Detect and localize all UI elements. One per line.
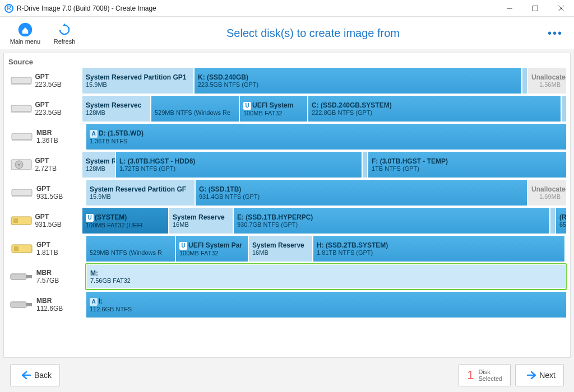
next-label: Next [539,371,556,380]
partition[interactable]: AD: (1.5TB.WD)1.36TB NTFS [86,123,567,150]
partition-subtitle: 931.4GB NTFS (GPT) [199,193,524,200]
disk-row[interactable]: MBR7.57GBM:7.56GB FAT32 [7,263,567,290]
partition[interactable]: (Recovery)650MB NTFS (Windows [556,207,567,234]
minimize-button[interactable] [497,0,522,17]
disk-row[interactable]: MBR1.36TBAD: (1.5TB.WD)1.36TB NTFS [7,123,567,150]
disk-meta: MBR112.6GB [36,291,86,318]
partition-strip: System Reserved Partition GP115.9MBK: (S… [82,67,567,94]
svg-rect-17 [11,274,26,279]
main-menu-button[interactable]: Main menu [6,22,45,45]
page-title: Select disk(s) to create image from [84,27,542,40]
disk-meta: GPT2.72TB [35,151,82,178]
partition[interactable]: H: (SSD.2TB.SYSTEM)1.81TB NTFS (GPT) [313,235,565,262]
disk-scheme: GPT [35,101,82,109]
partition-title: System Reserved Partition GF [90,185,191,193]
partition[interactable]: G: (SSD.1TB)931.4GB NTFS (GPT) [195,179,527,206]
disk-scheme: MBR [36,297,86,305]
partition-badge: U [86,214,94,222]
partition[interactable]: M:7.56GB FAT32 [86,264,566,289]
partition[interactable]: System Reservec128MB [82,95,151,122]
partition-strip: System Reser128MBL: (3.0TB.HGST - HDD6)1… [82,151,567,178]
partition[interactable]: L: (3.0TB.HGST - HDD6)1.72TB NTFS (GPT) [115,151,362,178]
svg-rect-20 [26,303,32,306]
partition-subtitle: 112.6GB NTFS [90,306,563,312]
partition-strip: M:7.56GB FAT32 [85,263,567,290]
partition[interactable]: Unallocated1.69MB [527,179,567,206]
partition[interactable]: UUEFI System Par100MB FAT32 [175,235,248,262]
partition-strip: 529MB NTFS (Windows RUUEFI System Par100… [86,235,567,262]
partition-title: F: (3.0TB.HGST - TEMP) [372,157,563,165]
partition-title: System Reserve [252,241,309,249]
partition[interactable]: UUEFI System100MB FAT32 [239,95,308,122]
partition-title: Unallocated [531,185,561,193]
partition-subtitle: 100MB FAT32 [179,250,244,256]
partition[interactable]: E: (SSD.1TB.HYPERPC)930.7GB NTFS (GPT) [233,207,550,234]
partition-title: G: (SSD.1TB) [199,185,524,193]
disk-list: GPT223.5GBSystem Reserved Partition GP11… [7,67,567,318]
partition-subtitle: 7.56GB FAT32 [90,277,562,284]
partition[interactable]: System Reser128MB [82,151,115,178]
arrow-left-icon [22,371,31,379]
partition-badge: U [179,242,187,250]
source-heading: Source [8,58,567,66]
disk-icon [7,179,36,206]
disk-scheme: GPT [36,185,86,193]
partition[interactable]: 529MB NTFS (Windows R [86,235,175,262]
disk-meta: MBR1.36TB [36,123,86,150]
partition[interactable]: 529MB NTFS (Windows Re [151,95,239,122]
close-button[interactable] [548,0,574,17]
partition-subtitle: 100MB FAT32 (UEFI [86,222,165,228]
maximize-button[interactable] [522,0,548,17]
partition[interactable]: F: (3.0TB.HGST - TEMP)1TB NTFS (GPT) [368,151,567,178]
disk-size: 223.5GB [35,81,82,88]
partition-strip: AD: (1.5TB.WD)1.36TB NTFS [86,123,567,150]
partition-subtitle: 128MB [86,165,112,172]
disk-row[interactable]: GPT931.5GBSystem Reserved Partition GF15… [7,179,567,206]
next-button[interactable]: Next [515,364,564,386]
partition-title: System Reserve [173,213,229,221]
partition[interactable]: System Reserve16MB [248,235,313,262]
disk-size: 223.5GB [35,109,82,116]
disk-row[interactable]: GPT1.81TB 529MB NTFS (Windows RUUEFI Sys… [7,235,567,262]
partition[interactable]: K: (SSD.240GB)223.5GB NTFS (GPT) [194,67,522,94]
refresh-button[interactable]: Refresh [45,22,84,45]
partition[interactable]: System Reserved Partition GP115.9MB [82,67,194,94]
disk-row[interactable]: MBR112.6GBAI:112.6GB NTFS [7,291,567,318]
svg-rect-3 [11,83,31,85]
arrow-right-icon [527,371,536,379]
partition-subtitle: 223.5GB NTFS (GPT) [198,81,518,88]
partition-gap [561,95,567,122]
partition[interactable]: U(SYSTEM)100MB FAT32 (UEFI [82,207,169,234]
partition[interactable]: Unallocated1.56MB [527,67,567,94]
disk-scheme: MBR [36,129,86,137]
disk-row[interactable]: GPT223.5GBSystem Reservec128MB 529MB NTF… [7,95,567,122]
partition-title: Unallocated [531,73,561,81]
partition-title [90,241,172,249]
partition-subtitle: 529MB NTFS (Windows Re [155,109,235,116]
partition[interactable]: C: (SSD.240GB.SYSTEM)222.8GB NTFS (GPT) [308,95,561,122]
disk-row[interactable]: GPT223.5GBSystem Reserved Partition GP11… [7,67,567,94]
partition-subtitle: 1.72TB NTFS (GPT) [119,165,358,172]
partition-title: System Reserved Partition GP1 [86,73,190,81]
disk-size: 2.72TB [35,165,82,172]
disk-row[interactable]: GPT931.5GBU(SYSTEM)100MB FAT32 (UEFISyst… [7,207,567,234]
partition-subtitle: 16MB [173,221,229,228]
disk-selected-indicator: 1 Disk Selected [459,364,511,386]
partition[interactable]: AI:112.6GB NTFS [86,291,567,318]
window-controls [497,0,574,17]
partition-subtitle: 1.56MB [531,81,561,88]
partition[interactable]: System Reserve16MB [169,207,233,234]
back-button[interactable]: Back [10,364,60,386]
footer: Back 1 Disk Selected Next [0,361,574,389]
svg-point-10 [18,164,20,166]
disk-icon [7,235,36,262]
window-title: R-Drive Image 7.0 (Build 7008) - Create … [17,4,156,12]
disk-icon [7,67,35,94]
disk-row[interactable]: GPT2.72TBSystem Reser128MBL: (3.0TB.HGST… [7,151,567,178]
disk-size: 931.5GB [35,221,82,228]
more-button[interactable]: ••• [542,27,568,40]
partition[interactable]: System Reserved Partition GF15.9MB [86,179,195,206]
disk-size: 112.6GB [36,305,86,312]
toolbar: Main menu Refresh Select disk(s) to crea… [0,17,574,49]
svg-rect-19 [11,302,26,307]
